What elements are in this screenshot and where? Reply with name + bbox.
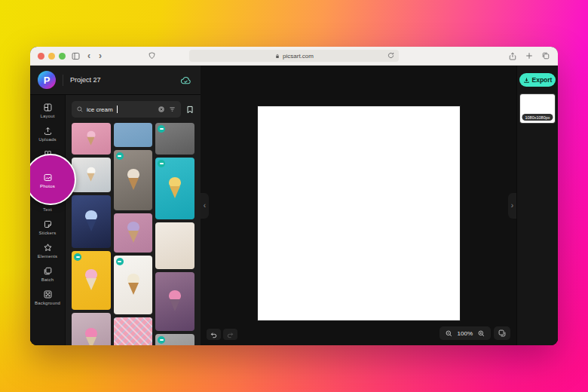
ice-cream-illustration bbox=[87, 167, 95, 182]
ice-cream-illustration bbox=[85, 328, 97, 345]
layer-thumbnail[interactable]: 1080x1080px bbox=[520, 94, 555, 123]
url-text: picsart.com bbox=[283, 53, 314, 60]
sidebar-item-background[interactable]: Background bbox=[31, 286, 64, 308]
picsart-logo[interactable]: P bbox=[38, 71, 56, 89]
photo-thumbnail-street-cone[interactable] bbox=[114, 150, 153, 210]
browser-sidebar-icon[interactable] bbox=[71, 51, 81, 61]
cloud-sync-icon[interactable] bbox=[180, 75, 191, 85]
new-tab-icon[interactable] bbox=[525, 51, 534, 60]
search-value: ice cream bbox=[87, 106, 113, 113]
photo-thumbnail-astronaut-moon-art[interactable] bbox=[72, 195, 111, 248]
premium-plus-badge-icon bbox=[158, 125, 165, 133]
project-title[interactable]: Project 27 bbox=[70, 76, 101, 84]
text-caret bbox=[117, 106, 118, 113]
photos-panel: ice cream bbox=[65, 95, 201, 345]
sidebar-item-uploads[interactable]: Uploads bbox=[31, 123, 64, 145]
ice-cream-illustration bbox=[127, 169, 139, 190]
undo-button[interactable] bbox=[207, 329, 221, 340]
canvas-size-badge: 1080x1080px bbox=[522, 114, 553, 121]
photo-column bbox=[72, 123, 111, 339]
refresh-icon[interactable] bbox=[387, 51, 395, 60]
traffic-lights bbox=[38, 53, 66, 60]
sidebar-item-photos[interactable]: Photos bbox=[31, 170, 64, 191]
photo-column bbox=[114, 123, 153, 339]
back-button[interactable]: ‹ bbox=[86, 51, 92, 60]
photo-thumbnail-balloon-sunset[interactable] bbox=[155, 272, 194, 331]
zoom-level[interactable]: 100% bbox=[458, 330, 473, 337]
premium-plus-badge-icon bbox=[158, 160, 165, 167]
project-header: P Project 27 bbox=[30, 66, 201, 95]
photo-thumbnail-two-popsicles-gray[interactable] bbox=[155, 123, 194, 155]
search-icon bbox=[76, 106, 84, 113]
zoom-out-icon[interactable] bbox=[445, 329, 453, 338]
photo-thumbnail-vanilla-cone[interactable] bbox=[114, 256, 153, 314]
photo-thumbnail-pink-hand-cone[interactable] bbox=[72, 123, 111, 155]
browser-window: ‹ › picsart.com bbox=[30, 47, 558, 345]
search-input[interactable]: ice cream bbox=[72, 101, 181, 118]
sidebar-item-elements[interactable]: Elements bbox=[31, 240, 64, 262]
layers-icon bbox=[498, 329, 507, 338]
collapse-right-panel-handle[interactable]: › bbox=[508, 193, 516, 219]
zoom-in-icon[interactable] bbox=[477, 329, 485, 338]
tab-overview-icon[interactable] bbox=[541, 51, 550, 60]
sidebar-item-stickers[interactable]: Stickers bbox=[31, 216, 64, 238]
privacy-shield-icon[interactable] bbox=[148, 51, 156, 60]
browser-titlebar: ‹ › picsart.com bbox=[30, 47, 558, 66]
ice-cream-illustration bbox=[87, 131, 95, 145]
filter-icon[interactable] bbox=[168, 106, 176, 113]
ice-cream-illustration bbox=[169, 177, 181, 198]
ice-cream-illustration bbox=[85, 269, 97, 290]
tools-rail: Layout Uploads Templates bbox=[30, 95, 65, 345]
layers-button[interactable] bbox=[494, 326, 510, 340]
zoom-controls: 100% bbox=[439, 326, 491, 340]
redo-button[interactable] bbox=[223, 329, 237, 340]
photo-thumbnail-cone-on-teal[interactable] bbox=[155, 158, 194, 219]
photo-thumbnail-soft-serve[interactable] bbox=[72, 158, 111, 192]
lock-icon bbox=[274, 53, 280, 60]
picsart-editor: P Project 27 Layout bbox=[30, 66, 558, 345]
photo-thumbnail-lavender-cone-pink[interactable] bbox=[114, 213, 153, 253]
header-divider bbox=[63, 75, 63, 86]
photo-thumbnail-cone-pattern[interactable] bbox=[114, 317, 153, 345]
photo-thumbnail-popsicles-partial[interactable] bbox=[155, 334, 194, 345]
ice-cream-illustration bbox=[169, 290, 181, 311]
clear-search-icon[interactable] bbox=[158, 106, 165, 113]
photo-thumbnail-clouds-scoop-balloon[interactable] bbox=[72, 313, 111, 345]
undo-icon bbox=[210, 331, 218, 338]
collapse-left-panel-handle[interactable]: ‹ bbox=[201, 193, 209, 219]
premium-plus-badge-icon bbox=[74, 253, 81, 261]
canvas-area: ‹ › 100% bbox=[201, 66, 516, 345]
address-bar[interactable]: picsart.com bbox=[189, 50, 399, 62]
sidebar-item-batch[interactable]: Batch bbox=[31, 263, 64, 285]
ice-cream-illustration bbox=[127, 274, 139, 295]
close-window-button[interactable] bbox=[38, 53, 44, 60]
share-icon[interactable] bbox=[508, 51, 517, 61]
photo-column bbox=[155, 123, 194, 339]
premium-plus-badge-icon bbox=[158, 336, 165, 344]
ice-cream-illustration bbox=[127, 222, 139, 243]
forward-button[interactable]: › bbox=[97, 51, 103, 60]
premium-plus-badge-icon bbox=[116, 152, 124, 160]
bookmark-icon[interactable] bbox=[185, 105, 194, 115]
ice-cream-illustration bbox=[85, 210, 97, 231]
export-button[interactable]: Export bbox=[519, 73, 556, 87]
left-section: P Project 27 Layout bbox=[30, 66, 201, 345]
minimize-window-button[interactable] bbox=[48, 53, 55, 60]
design-canvas[interactable] bbox=[258, 106, 460, 320]
download-icon bbox=[523, 77, 530, 84]
photo-thumbnail-hand-in-sky[interactable] bbox=[114, 123, 153, 147]
premium-plus-badge-icon bbox=[116, 258, 124, 265]
redo-icon bbox=[226, 331, 234, 338]
right-rail: Export 1080x1080px bbox=[516, 66, 558, 345]
maximize-window-button[interactable] bbox=[59, 53, 66, 60]
photo-thumbnail-yellow-pink-cone[interactable] bbox=[72, 251, 111, 310]
sidebar-item-layout[interactable]: Layout bbox=[31, 100, 64, 121]
photo-thumbnail-diagonal-popsicles[interactable] bbox=[155, 222, 194, 269]
photo-results-grid bbox=[66, 123, 201, 345]
